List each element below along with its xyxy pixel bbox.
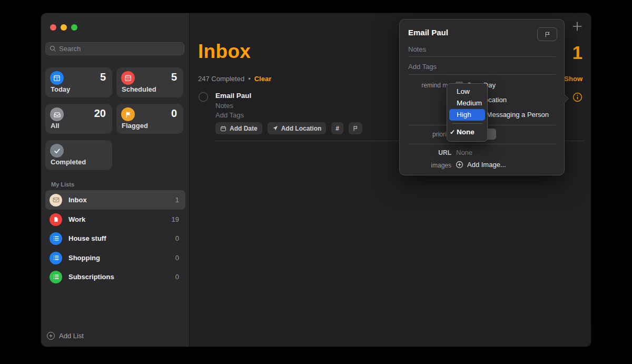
add-location-label: Add Location (281, 125, 322, 132)
menu-item-low[interactable]: Low (449, 86, 485, 97)
info-button[interactable] (572, 92, 582, 102)
add-date-label: Add Date (230, 125, 258, 132)
flag-outline-icon (352, 125, 359, 132)
sidebar-item-subscriptions[interactable]: Subscriptions 0 (45, 267, 185, 287)
add-date-button[interactable]: Add Date (215, 122, 262, 134)
flag-icon (121, 107, 135, 121)
flag-task-button[interactable] (349, 122, 362, 134)
today-label: Today (51, 85, 70, 93)
checkmark-icon: ✓ (450, 126, 455, 138)
list-count: 1 (175, 196, 179, 204)
all-label: All (51, 122, 60, 130)
list-count: 0 (175, 273, 179, 281)
add-list-label: Add List (59, 332, 84, 340)
smart-list-scheduled[interactable]: 5 Scheduled (116, 67, 183, 97)
menu-item-medium[interactable]: Medium (449, 97, 485, 109)
sidebar-item-inbox[interactable]: Inbox 1 (45, 190, 185, 210)
menu-item-high[interactable]: High (449, 109, 485, 121)
priority-menu: Low Medium High ✓ None (447, 83, 488, 142)
task-complete-radio[interactable] (199, 92, 208, 102)
all-count: 20 (94, 107, 106, 120)
add-location-button[interactable]: Add Location (268, 122, 327, 134)
popover-tags-field[interactable]: Add Tags (408, 63, 437, 71)
list-count: 0 (175, 254, 179, 262)
list-label: Subscriptions (68, 273, 169, 281)
smart-list-completed[interactable]: Completed (45, 140, 112, 170)
scheduled-count: 5 (171, 71, 177, 83)
priority-label: priority (404, 131, 451, 138)
hash-icon: # (335, 125, 339, 132)
task-title[interactable]: Email Paul (215, 92, 251, 100)
sidebar: 3 5 Today 5 Scheduled 20 All (41, 13, 190, 347)
tag-hash-button[interactable]: # (331, 122, 343, 134)
inbox-tray-icon (50, 107, 64, 121)
flagged-count: 0 (171, 107, 177, 120)
page-title: Inbox (198, 41, 251, 63)
today-count: 5 (100, 71, 106, 83)
remind-me-label: remind me (404, 82, 451, 89)
new-reminder-button[interactable] (571, 21, 583, 32)
minimize-button[interactable] (61, 24, 67, 31)
clear-button[interactable]: Clear (254, 75, 272, 83)
reminders-window: 3 5 Today 5 Scheduled 20 All (41, 13, 591, 347)
search-icon (50, 45, 56, 52)
divider (408, 74, 556, 75)
url-label: URL (404, 149, 451, 156)
svg-text:3: 3 (56, 77, 58, 81)
list-total-count: 1 (572, 42, 582, 63)
zoom-button[interactable] (71, 24, 77, 31)
scheduled-label: Scheduled (122, 85, 156, 93)
location-arrow-icon (272, 125, 278, 131)
document-icon (50, 213, 62, 226)
popover-notes-field[interactable]: Notes (408, 45, 426, 53)
list-label: Work (68, 215, 165, 223)
menu-item-none-label: None (457, 128, 475, 136)
plus-circle-icon (47, 332, 55, 340)
divider (408, 144, 556, 144)
plus-circle-icon (456, 161, 463, 169)
list-label: House stuff (68, 234, 169, 242)
smart-list-flagged[interactable]: 0 Flagged (116, 104, 183, 134)
add-image-label: Add Image... (467, 161, 506, 169)
add-image-button[interactable]: Add Image... (456, 161, 506, 169)
url-value[interactable]: None (456, 149, 472, 156)
completed-label: Completed (51, 158, 86, 166)
images-label: images (404, 162, 451, 169)
sidebar-item-shopping[interactable]: Shopping 0 (45, 248, 185, 268)
show-button[interactable]: Show (564, 75, 582, 83)
list-count: 0 (175, 234, 179, 242)
bullet-list-icon (50, 232, 62, 245)
add-list-button[interactable]: Add List (47, 332, 84, 340)
bullet-list-icon (50, 252, 62, 264)
sidebar-item-work[interactable]: Work 19 (45, 210, 185, 229)
today-calendar-icon: 3 (50, 71, 64, 85)
menu-item-none[interactable]: ✓ None (449, 126, 485, 138)
search-input[interactable] (59, 45, 180, 53)
divider (408, 56, 556, 57)
task-tags-field[interactable]: Add Tags (215, 111, 244, 119)
flagged-label: Flagged (122, 122, 148, 130)
summary-dot: • (248, 75, 251, 83)
list-label: Inbox (68, 196, 169, 204)
popover-flag-button[interactable] (537, 27, 557, 41)
envelope-icon (50, 194, 62, 206)
smart-list-today[interactable]: 3 5 Today (45, 67, 112, 97)
checkmark-icon (50, 144, 64, 158)
calendar-icon (220, 125, 226, 132)
bullet-list-icon (50, 271, 62, 283)
search-field[interactable] (45, 42, 184, 55)
list-label: Shopping (68, 254, 169, 262)
menu-separator (452, 123, 482, 124)
task-notes-field[interactable]: Notes (215, 102, 233, 110)
sidebar-item-house-stuff[interactable]: House stuff 0 (45, 229, 185, 248)
popover-task-title[interactable]: Email Paul (408, 28, 448, 37)
list-count: 19 (172, 215, 179, 223)
scheduled-calendar-icon (121, 71, 135, 85)
popover-arrow (564, 94, 568, 103)
smart-list-all[interactable]: 20 All (45, 104, 112, 134)
completed-summary: 247 Completed (198, 75, 244, 83)
my-lists-header: My Lists (51, 181, 74, 188)
close-button[interactable] (50, 24, 56, 31)
